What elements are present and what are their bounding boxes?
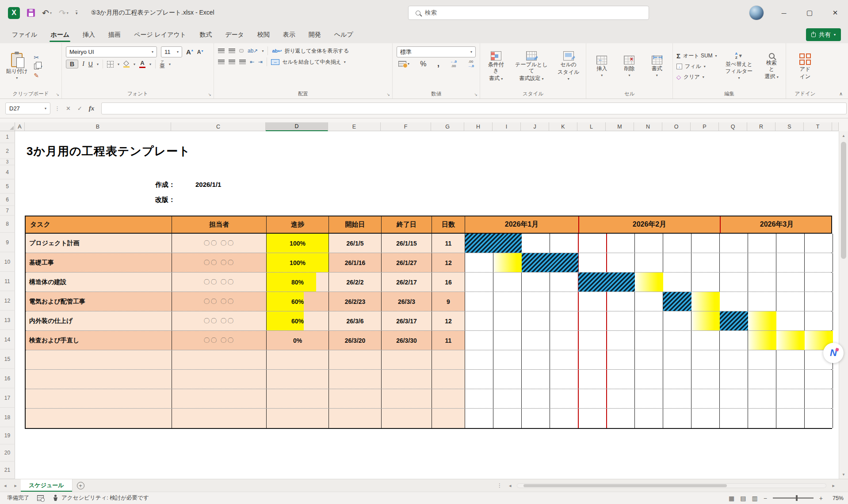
end-date-cell[interactable]: 26/3/17 [382, 311, 432, 330]
align-left-icon[interactable] [218, 60, 225, 64]
empty-cell[interactable] [329, 350, 382, 369]
start-date-cell[interactable]: 26/3/20 [329, 331, 382, 350]
empty-cell[interactable] [382, 389, 432, 408]
page-layout-view-icon[interactable]: ▤ [740, 495, 746, 501]
hscroll-right-icon[interactable]: ▸ [828, 479, 839, 492]
formula-input[interactable] [101, 102, 847, 114]
format-painter-button[interactable]: ✎ [34, 72, 39, 79]
align-bottom-icon[interactable] [239, 49, 244, 53]
tab-splitter-icon[interactable]: ⋮ [494, 479, 505, 492]
gantt-row-region[interactable] [465, 273, 833, 292]
zoom-level[interactable]: 75% [829, 495, 844, 501]
increase-indent-icon[interactable]: ⇥ [258, 59, 263, 64]
cell-styles-button[interactable]: セルの スタイル ▾ [554, 50, 582, 82]
tab-file[interactable]: ファイル [5, 27, 44, 43]
wrap-text-button[interactable]: ab↩折り返して全体を表示する [272, 47, 349, 55]
empty-cell[interactable] [267, 370, 329, 389]
tab-ribbon-3[interactable]: 描画 [102, 27, 127, 43]
zoom-slider[interactable] [773, 497, 814, 499]
empty-cell[interactable] [26, 389, 172, 408]
row-header-19[interactable]: 19 [0, 427, 15, 444]
row-header-15[interactable]: 15 [0, 349, 15, 369]
scroll-up-icon[interactable]: ▲ [839, 131, 848, 140]
italic-button[interactable]: I [82, 61, 84, 67]
sort-filter-button[interactable]: AZ▼ 並べ替えと フィルター ▾ [722, 51, 757, 82]
column-header-S[interactable]: S [775, 122, 804, 131]
cut-button[interactable]: ✂ [34, 54, 39, 61]
orientation-icon[interactable]: ab↗ [248, 48, 258, 53]
fill-color-button[interactable] [123, 61, 130, 68]
owner-cell[interactable]: 〇〇 〇〇 [172, 253, 267, 272]
row-header-13[interactable]: 13 [0, 311, 15, 330]
gantt-bar[interactable] [522, 253, 578, 272]
accessibility-status[interactable]: アクセシビリティ: 検討が必要です [61, 494, 149, 502]
row-header-16[interactable]: 16 [0, 369, 15, 388]
column-header-E[interactable]: E [328, 122, 381, 131]
row-header-3[interactable]: 3 [0, 159, 15, 165]
tab-ribbon-5[interactable]: 数式 [193, 27, 218, 43]
empty-cell[interactable] [26, 350, 172, 369]
delete-cells-button[interactable]: ✕ 削除▾ [621, 55, 637, 78]
tab-ribbon-8[interactable]: 表示 [276, 27, 302, 43]
decrease-indent-icon[interactable]: ⇤ [250, 59, 254, 64]
gantt-row-region[interactable] [465, 253, 833, 272]
row-header-5[interactable]: 5 [0, 179, 15, 193]
month-header-2[interactable]: 2026年3月 [720, 216, 833, 233]
shrink-font-button[interactable]: A▾ [197, 49, 203, 55]
column-header-L[interactable]: L [577, 122, 606, 131]
select-all-corner[interactable] [0, 122, 15, 131]
gantt-bar[interactable] [578, 273, 635, 292]
task-name-cell[interactable]: 基礎工事 [26, 253, 172, 272]
header-cell-5[interactable]: 日数 [432, 216, 465, 233]
empty-cell[interactable] [172, 370, 267, 389]
start-date-cell[interactable]: 26/2/2 [329, 273, 382, 292]
tab-ribbon-6[interactable]: データ [218, 27, 251, 43]
column-header-J[interactable]: J [521, 122, 549, 131]
save-button[interactable] [27, 9, 35, 17]
column-header-H[interactable]: H [464, 122, 493, 131]
page-break-view-icon[interactable]: ▥ [752, 495, 757, 501]
dialog-launcher-icon[interactable]: ↘ [474, 92, 477, 97]
empty-cell[interactable] [172, 389, 267, 408]
horizontal-scrollbar[interactable] [517, 483, 826, 488]
empty-cell[interactable] [432, 389, 465, 408]
gantt-empty-region[interactable] [465, 350, 833, 369]
month-header-0[interactable]: 2026年1月 [465, 216, 578, 233]
days-cell[interactable]: 9 [432, 292, 465, 311]
empty-cell[interactable] [26, 370, 172, 389]
sheet-canvas[interactable]: 3か月用の工程表テンプレート 作成： 2026/1/1 改版： タスク担当者進捗… [15, 131, 839, 479]
days-cell[interactable]: 12 [432, 311, 465, 330]
gantt-yellow-cell[interactable] [691, 311, 720, 330]
header-cell-0[interactable]: タスク [26, 216, 172, 233]
empty-cell[interactable] [329, 389, 382, 408]
bold-button[interactable]: B [66, 60, 78, 68]
dialog-launcher-icon[interactable]: ↘ [386, 92, 390, 97]
user-avatar[interactable] [749, 5, 764, 20]
column-header-R[interactable]: R [747, 122, 775, 131]
name-box[interactable]: D27▾ [5, 102, 50, 114]
gantt-bar[interactable] [465, 234, 522, 253]
column-header-C[interactable]: C [171, 122, 266, 131]
days-cell[interactable]: 16 [432, 273, 465, 292]
empty-cell[interactable] [329, 370, 382, 389]
task-name-cell[interactable]: 電気および配管工事 [26, 292, 172, 311]
end-date-cell[interactable]: 26/2/17 [382, 273, 432, 292]
task-name-cell[interactable]: プロジェクト計画 [26, 234, 172, 253]
number-format-select[interactable]: 標準▾ [397, 46, 476, 57]
gantt-empty-region[interactable] [465, 409, 833, 428]
customize-toolbar-icon[interactable]: ▾ [76, 11, 78, 15]
owner-cell[interactable]: 〇〇 〇〇 [172, 234, 267, 253]
underline-button[interactable]: U [88, 61, 93, 67]
insert-function-icon[interactable]: fx [89, 105, 95, 112]
column-header-O[interactable]: O [662, 122, 691, 131]
cancel-icon[interactable]: ✕ [66, 105, 71, 112]
align-right-icon[interactable] [239, 60, 246, 64]
autosum-button[interactable]: Σオート SUM▾ [676, 51, 717, 61]
row-header-9[interactable]: 9 [0, 233, 15, 252]
row-header-20[interactable]: 20 [0, 444, 15, 462]
tab-ribbon-4[interactable]: ページ レイアウト [127, 27, 193, 43]
gantt-empty-region[interactable] [465, 370, 833, 389]
month-header-1[interactable]: 2026年2月 [578, 216, 720, 233]
grow-font-button[interactable]: A▴ [186, 49, 193, 55]
addins-button[interactable]: アド イン [797, 53, 814, 81]
